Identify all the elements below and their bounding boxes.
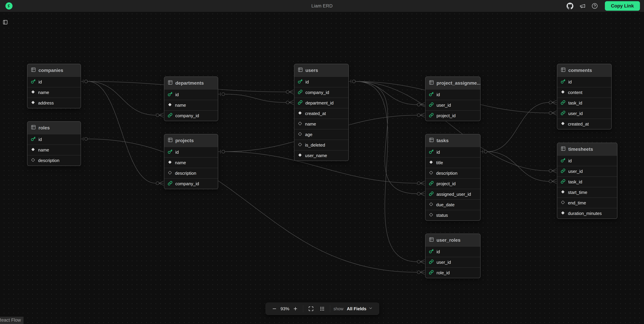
column-row-users-name[interactable]: name	[294, 119, 348, 129]
column-row-timesheets-duration_minutes[interactable]: duration_minutes	[557, 208, 617, 219]
table-node-users[interactable]: usersidcompany_iddepartment_idcreated_at…	[294, 64, 349, 161]
column-name: status	[436, 213, 448, 218]
column-row-tasks-assigned_user_id[interactable]: assigned_user_id	[426, 189, 480, 199]
column-row-companies-address[interactable]: address	[28, 98, 81, 108]
key-icon	[561, 79, 566, 85]
column-row-users-user_name[interactable]: user_name	[294, 150, 348, 161]
column-row-projects-id[interactable]: id	[164, 147, 218, 157]
table-node-comments[interactable]: commentsidcontenttask_iduser_idcreated_a…	[557, 64, 612, 129]
table-header: departments	[164, 77, 218, 89]
column-row-tasks-status[interactable]: status	[426, 210, 480, 220]
column-row-timesheets-end_time[interactable]: end_time	[557, 198, 617, 208]
column-row-user_roles-role_id[interactable]: role_id	[426, 267, 480, 278]
column-name: created_at	[305, 111, 326, 116]
table-node-user_roles[interactable]: user_rolesiduser_idrole_id	[425, 234, 480, 278]
column-row-companies-name[interactable]: name	[28, 87, 81, 98]
column-name: task_id	[568, 179, 582, 185]
table-icon	[31, 125, 36, 131]
diamond-filled-icon	[561, 211, 565, 216]
column-row-user_roles-user_id[interactable]: user_id	[426, 257, 480, 267]
column-name: id	[38, 79, 42, 85]
column-row-companies-id[interactable]: id	[28, 77, 81, 87]
table-node-companies[interactable]: companiesidnameaddress	[27, 64, 81, 108]
column-row-comments-user_id[interactable]: user_id	[557, 108, 611, 119]
column-row-roles-id[interactable]: id	[28, 134, 81, 144]
column-row-departments-company_id[interactable]: company_id	[164, 110, 218, 121]
column-row-tasks-due_date[interactable]: due_date	[426, 199, 480, 210]
column-name: user_id	[568, 169, 583, 174]
column-row-tasks-title[interactable]: title	[426, 157, 480, 168]
relationship-edge-tasks.id->timesheets.task_id	[480, 150, 556, 184]
column-row-timesheets-user_id[interactable]: user_id	[557, 166, 617, 177]
column-row-departments-id[interactable]: id	[164, 89, 218, 100]
table-node-tasks[interactable]: tasksidtitledescriptionproject_idassigne…	[425, 134, 480, 221]
table-icon	[168, 137, 173, 144]
fields-mode-dropdown[interactable]: All Fields	[347, 306, 373, 312]
column-name: user_id	[568, 111, 583, 116]
tidy-up-button[interactable]	[318, 306, 326, 311]
zoom-out-button[interactable]	[270, 306, 279, 311]
column-row-tasks-id[interactable]: id	[426, 147, 480, 157]
column-row-users-department_id[interactable]: department_id	[294, 98, 348, 108]
column-name: project_id	[436, 181, 456, 187]
link-icon	[561, 169, 566, 174]
link-icon	[298, 100, 302, 106]
table-name: tasks	[436, 138, 449, 143]
fit-view-button[interactable]	[306, 306, 316, 311]
column-name: title	[436, 160, 443, 166]
diamond-filled-icon	[168, 102, 172, 108]
column-row-users-is_deleted[interactable]: is_deleted	[294, 140, 348, 150]
key-icon	[429, 249, 434, 255]
column-row-project_assignments-user_id[interactable]: user_id	[426, 100, 480, 110]
column-row-user_roles-id[interactable]: id	[426, 246, 480, 257]
column-row-departments-name[interactable]: name	[164, 100, 218, 110]
column-row-comments-created_at[interactable]: created_at	[557, 119, 611, 129]
column-row-projects-company_id[interactable]: company_id	[164, 178, 218, 189]
table-node-project_assignments[interactable]: project_assignme...iduser_idproject_id	[425, 77, 480, 121]
key-icon	[31, 136, 36, 142]
megaphone-icon	[580, 3, 586, 9]
table-node-departments[interactable]: departmentsidnamecompany_id	[164, 77, 218, 121]
diamond-outline-icon	[298, 142, 302, 148]
table-node-timesheets[interactable]: timesheetsiduser_idtask_idstart_timeend_…	[557, 143, 618, 219]
table-icon	[31, 67, 36, 73]
column-row-timesheets-start_time[interactable]: start_time	[557, 187, 617, 198]
liam-logo[interactable]	[6, 2, 12, 10]
column-row-tasks-description[interactable]: description	[426, 168, 480, 178]
column-row-users-company_id[interactable]: company_id	[294, 87, 348, 98]
release-notes-button[interactable]	[580, 3, 586, 9]
column-row-comments-task_id[interactable]: task_id	[557, 98, 611, 108]
column-row-users-created_at[interactable]: created_at	[294, 108, 348, 119]
copy-link-button[interactable]: Copy Link	[605, 1, 640, 11]
column-row-roles-name[interactable]: name	[28, 144, 81, 155]
table-node-roles[interactable]: rolesidnamedescription	[27, 121, 81, 166]
table-node-projects[interactable]: projectsidnamedescriptioncompany_id	[164, 134, 218, 189]
key-icon	[561, 158, 566, 164]
zoom-level: 93%	[279, 306, 291, 311]
column-row-comments-content[interactable]: content	[557, 87, 611, 98]
column-name: content	[568, 90, 582, 95]
link-icon	[168, 113, 172, 119]
column-row-timesheets-id[interactable]: id	[557, 155, 617, 166]
react-flow-attribution[interactable]: React Flow	[0, 317, 24, 324]
column-row-projects-name[interactable]: name	[164, 157, 218, 168]
column-row-roles-description[interactable]: description	[28, 155, 81, 166]
column-row-timesheets-task_id[interactable]: task_id	[557, 177, 617, 187]
column-row-comments-id[interactable]: id	[557, 77, 611, 87]
column-row-project_assignments-id[interactable]: id	[426, 89, 480, 100]
column-row-tasks-project_id[interactable]: project_id	[426, 178, 480, 189]
github-button[interactable]	[566, 3, 573, 9]
column-name: id	[306, 79, 309, 85]
left-panel-toggle-button[interactable]	[3, 20, 8, 25]
column-name: duration_minutes	[568, 211, 602, 216]
column-row-project_assignments-project_id[interactable]: project_id	[426, 110, 480, 121]
column-row-projects-description[interactable]: description	[164, 168, 218, 178]
zoom-in-button[interactable]	[291, 306, 300, 311]
help-button[interactable]	[592, 3, 598, 9]
erd-canvas[interactable]: companiesidnameaddressrolesidnamedescrip…	[0, 0, 644, 324]
table-icon	[429, 137, 434, 144]
link-icon	[298, 90, 302, 95]
column-row-users-age[interactable]: age	[294, 129, 348, 140]
column-row-users-id[interactable]: id	[294, 77, 348, 87]
table-name: project_assignme...	[436, 80, 480, 86]
